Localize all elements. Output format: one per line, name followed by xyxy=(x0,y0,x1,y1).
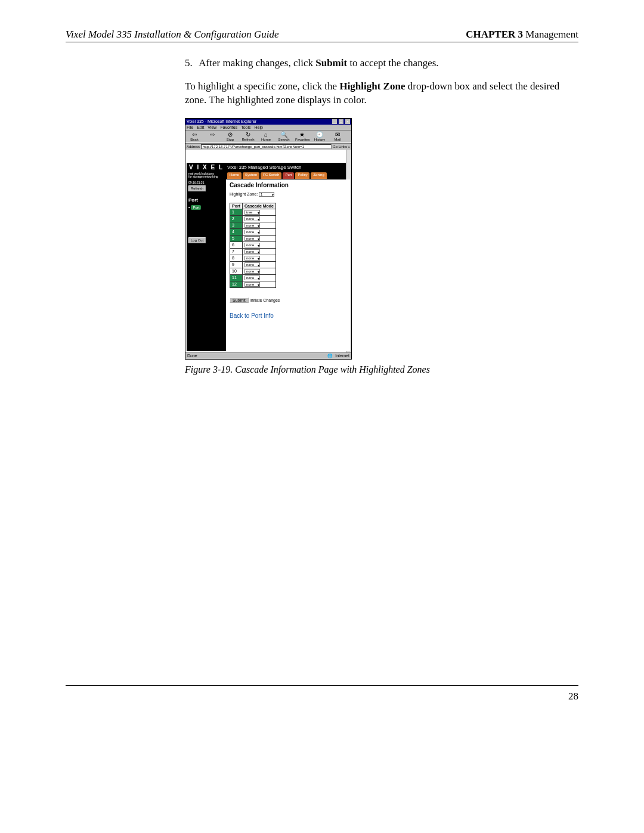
table-row: 7none xyxy=(230,248,276,255)
address-bar[interactable]: Address http://172.18.7174/Port/change_p… xyxy=(185,143,351,150)
back-to-port-info-link[interactable]: Back to Port Info xyxy=(230,312,274,319)
toolbar-label: History xyxy=(314,138,326,141)
step-text-bold: Submit xyxy=(315,57,347,69)
toolbar[interactable]: ⇦Back⇨⊘Stop↻Refresh⌂Home🔍Search★Favorite… xyxy=(185,130,351,143)
mode-cell: none xyxy=(243,255,276,261)
sidebar-time: 09:16:21:31 xyxy=(188,181,224,184)
ports-table: PortCascade Mode 1tree2none3none4none5no… xyxy=(230,203,276,288)
tabs[interactable]: HomeSystemFC SwitchPortPolicyZoning xyxy=(226,172,350,179)
logout-button[interactable]: Log Out xyxy=(188,237,206,243)
mode-cell: none xyxy=(243,235,276,241)
tagline-row: real world solutions for storage network… xyxy=(187,172,350,179)
tab-zoning[interactable]: Zoning xyxy=(311,172,326,179)
maximize-icon[interactable]: □ xyxy=(339,119,343,124)
menu-help[interactable]: Help xyxy=(255,125,263,129)
cascade-mode-select[interactable]: none xyxy=(244,236,260,241)
cascade-mode-select[interactable]: none xyxy=(244,216,260,221)
port-cell: 2 xyxy=(230,215,243,222)
content-panel: Cascade Information Highlight Zone: 1 Po… xyxy=(226,179,350,351)
footer-rule xyxy=(66,685,578,686)
Mail-button[interactable]: ✉Mail xyxy=(331,132,344,141)
ie-window: Vixel 335 - Microsoft Internet Explorer … xyxy=(185,118,352,360)
para-bold: Highlight Zone xyxy=(339,80,405,92)
close-icon[interactable]: × xyxy=(345,119,350,124)
mode-cell: none xyxy=(243,281,276,287)
Home-icon: ⌂ xyxy=(259,132,273,138)
History-button[interactable]: 🕘History xyxy=(313,132,326,141)
cascade-mode-select[interactable]: none xyxy=(244,256,260,261)
mode-cell: none xyxy=(243,248,276,255)
Favorites-button[interactable]: ★Favorites xyxy=(295,132,308,141)
cascade-mode-select[interactable]: none xyxy=(244,230,260,234)
menu-edit[interactable]: Edit xyxy=(197,125,204,129)
Home-button[interactable]: ⌂Home xyxy=(259,132,273,141)
sidebar: 09:16:21:31 Refresh Port • Port Log Out xyxy=(187,179,226,351)
cascade-mode-select[interactable]: none xyxy=(244,269,260,274)
menu-file[interactable]: File xyxy=(187,125,193,129)
toolbar-label: Search xyxy=(278,138,289,141)
cascade-mode-select[interactable]: none xyxy=(244,282,260,287)
port-cell: 1 xyxy=(230,209,243,215)
cascade-mode-select[interactable]: none xyxy=(244,275,260,280)
mode-cell: none xyxy=(243,228,276,235)
menu-view[interactable]: View xyxy=(208,125,216,129)
port-cell: 5 xyxy=(230,235,243,241)
toolbar-label: Mail xyxy=(334,138,340,141)
mode-cell: tree xyxy=(243,209,276,215)
nav-button[interactable]: ⇨ xyxy=(206,132,219,141)
figure-screenshot: Vixel 335 - Microsoft Internet Explorer … xyxy=(185,118,352,360)
submit-button[interactable]: Submit xyxy=(230,298,249,303)
port-cell: 10 xyxy=(230,268,243,274)
globe-icon: 🌐 xyxy=(327,354,333,358)
table-row: 6none xyxy=(230,241,276,248)
header-rule xyxy=(66,42,578,42)
table-row: 4none xyxy=(230,228,276,235)
menu-favorites[interactable]: Favorites xyxy=(220,125,237,129)
port-cell: 3 xyxy=(230,222,243,228)
col-cascade-mode: Cascade Mode xyxy=(243,203,276,209)
toolbar-label: Favorites xyxy=(295,138,310,141)
address-input[interactable]: http://172.18.7174/Port/change_port_casc… xyxy=(201,144,332,149)
sidebar-section-port: Port xyxy=(188,197,224,203)
sidebar-item-port[interactable]: Port xyxy=(191,205,201,210)
History-icon: 🕘 xyxy=(313,132,326,138)
window-buttons[interactable]: _ □ × xyxy=(332,119,350,124)
minimize-icon[interactable]: _ xyxy=(332,119,337,124)
table-row: 10none xyxy=(230,268,276,274)
tab-system[interactable]: System xyxy=(243,172,259,179)
highlight-zone-select[interactable]: 1 xyxy=(259,192,274,197)
Favorites-icon: ★ xyxy=(295,132,308,138)
Refresh-button[interactable]: ↻Refresh xyxy=(242,132,255,141)
Back-button[interactable]: ⇦Back xyxy=(188,132,201,141)
status-bar: Done 🌐Internet xyxy=(185,352,351,359)
table-row: 8none xyxy=(230,255,276,261)
doc-header-right: CHAPTER 3 Management xyxy=(466,29,578,41)
submit-hint: Initiate Changes xyxy=(250,298,280,302)
Search-button[interactable]: 🔍Search xyxy=(277,132,290,141)
links-button[interactable]: Links » xyxy=(339,145,350,148)
menu-tools[interactable]: Tools xyxy=(241,125,250,129)
tab-port[interactable]: Port xyxy=(283,172,294,179)
highlight-zone-label: Highlight Zone: xyxy=(230,192,258,196)
cascade-mode-select[interactable]: tree xyxy=(244,210,260,215)
window-titlebar: Vixel 335 - Microsoft Internet Explorer … xyxy=(185,119,351,125)
go-button[interactable]: Go xyxy=(333,145,338,148)
cascade-mode-select[interactable]: none xyxy=(244,243,260,247)
cascade-mode-select[interactable]: none xyxy=(244,223,260,228)
refresh-button[interactable]: Refresh xyxy=(188,185,206,191)
port-cell: 8 xyxy=(230,255,243,261)
chapter-label: CHAPTER 3 xyxy=(466,29,523,40)
mode-cell: none xyxy=(243,268,276,274)
step-5: 5. After making changes, click Submit to… xyxy=(185,57,578,70)
menubar[interactable]: FileEditViewFavoritesToolsHelp xyxy=(185,125,351,130)
tab-fc-switch[interactable]: FC Switch xyxy=(261,172,281,179)
status-right: Internet xyxy=(335,354,349,358)
cascade-mode-select[interactable]: none xyxy=(244,249,260,254)
tab-home[interactable]: Home xyxy=(227,172,242,179)
tab-policy[interactable]: Policy xyxy=(295,172,309,179)
highlight-zone-paragraph: To highlight a specific zone, click the … xyxy=(185,80,578,107)
mode-cell: none xyxy=(243,222,276,228)
Stop-button[interactable]: ⊘Stop xyxy=(224,132,237,141)
cascade-mode-select[interactable]: none xyxy=(244,262,260,267)
tagline: real world solutions for storage network… xyxy=(187,172,226,179)
